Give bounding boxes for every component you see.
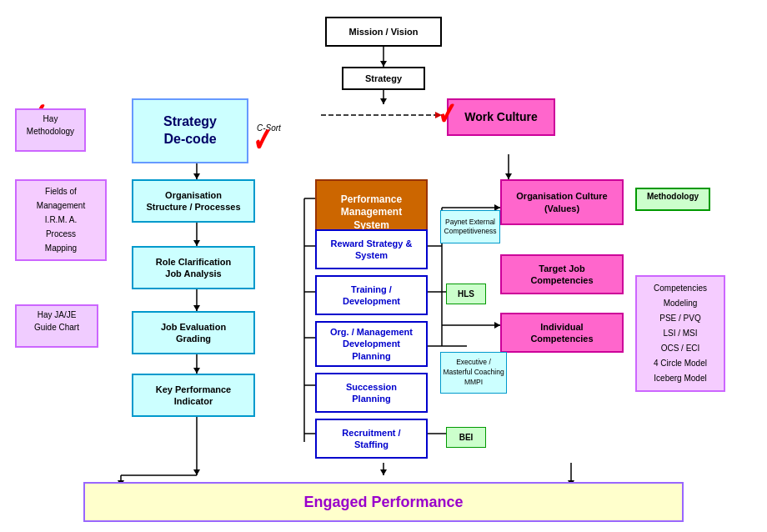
- org-culture-box: Organisation Culture(Values): [500, 179, 624, 225]
- work-culture-label: Work Culture: [464, 109, 538, 124]
- target-job-label: Target JobCompetencies: [530, 263, 593, 287]
- svg-marker-1: [380, 61, 387, 67]
- diagram: Mission / Vision Strategy StrategyDe-cod…: [0, 0, 767, 532]
- strategy-top-box: Strategy: [342, 67, 425, 90]
- org-dev-box: Org. / ManagementDevelopmentPlanning: [315, 321, 428, 367]
- exec-coaching-box: Executive /Masterful CoachingMMPI: [440, 352, 507, 394]
- svg-marker-11: [193, 240, 200, 246]
- org-structure-label: OrganisationStructure / Processes: [146, 189, 240, 213]
- methodology-right-box: Methodology: [635, 188, 710, 211]
- hls-label: HLS: [458, 289, 474, 299]
- training-label: Training /Development: [343, 284, 400, 308]
- work-culture-box: Work Culture: [447, 98, 555, 136]
- mission-vision-label: Mission / Vision: [349, 26, 419, 38]
- competencies-list-label: CompetenciesModelingPSE / PVQLSI / MSIOC…: [654, 284, 707, 383]
- org-structure-box: OrganisationStructure / Processes: [132, 179, 255, 223]
- org-dev-label: Org. / ManagementDevelopmentPlanning: [330, 326, 413, 362]
- mission-vision-box: Mission / Vision: [325, 17, 442, 47]
- role-clarification-box: Role ClarificationJob Analysis: [132, 246, 255, 289]
- strategy-decode-box: StrategyDe-code: [132, 98, 248, 163]
- checkmark-center: ✓: [253, 123, 273, 157]
- kpi-label: Key PerformanceIndicator: [156, 384, 232, 408]
- paynet-label: Paynet ExternalCompetitiveness: [444, 218, 497, 236]
- strategy-top-label: Strategy: [365, 73, 402, 84]
- individual-label: IndividualCompetencies: [530, 321, 593, 345]
- job-evaluation-box: Job EvaluationGrading: [132, 311, 255, 354]
- svg-marker-3: [380, 98, 387, 104]
- svg-marker-7: [193, 173, 200, 179]
- recruitment-box: Recruitment /Staffing: [315, 419, 428, 459]
- hls-box: HLS: [446, 284, 486, 304]
- hay-methodology-label: HayMethodology: [27, 114, 74, 136]
- training-box: Training /Development: [315, 275, 428, 315]
- hay-jaje-label: Hay JA/JEGuide Chart: [34, 310, 79, 332]
- svg-marker-17: [193, 469, 200, 475]
- succession-box: SuccessionPlanning: [315, 373, 428, 413]
- fields-management-box: Fields ofManagementI.R.M. A.ProcessMappi…: [15, 179, 107, 261]
- succession-label: SuccessionPlanning: [346, 381, 397, 405]
- methodology-right-label: Methodology: [647, 192, 699, 201]
- hay-jaje-box: Hay JA/JEGuide Chart: [15, 304, 98, 348]
- bei-box: BEI: [446, 427, 486, 448]
- job-evaluation-label: Job EvaluationGrading: [161, 321, 226, 345]
- competencies-list: CompetenciesModelingPSE / PVQLSI / MSIOC…: [635, 275, 725, 392]
- performance-mgmt-label: PerformanceManagementSystem: [341, 193, 402, 233]
- checkmark-right: ✓: [438, 98, 456, 130]
- bei-label: BEI: [459, 432, 474, 443]
- svg-marker-32: [494, 322, 500, 329]
- exec-coaching-label: Executive /Masterful CoachingMMPI: [443, 358, 504, 388]
- target-job-box: Target JobCompetencies: [500, 254, 624, 294]
- kpi-box: Key PerformanceIndicator: [132, 374, 255, 417]
- svg-marker-37: [380, 469, 387, 475]
- role-clarification-label: Role ClarificationJob Analysis: [156, 256, 231, 280]
- strategy-decode-label: StrategyDe-code: [163, 113, 217, 148]
- paynet-box: Paynet ExternalCompetitiveness: [440, 210, 500, 243]
- engaged-performance-box: Engaged Performance: [83, 482, 684, 522]
- engaged-performance-label: Engaged Performance: [303, 494, 463, 511]
- individual-box: IndividualCompetencies: [500, 313, 624, 353]
- svg-marker-13: [193, 305, 200, 311]
- recruitment-label: Recruitment /Staffing: [342, 427, 400, 451]
- fields-management-label: Fields ofManagementI.R.M. A.ProcessMappi…: [37, 187, 85, 253]
- reward-box: Reward Strategy &System: [315, 229, 428, 269]
- reward-label: Reward Strategy &System: [331, 238, 413, 262]
- hay-methodology-box: HayMethodology: [15, 108, 86, 152]
- svg-marker-9: [505, 173, 512, 179]
- svg-marker-15: [193, 368, 200, 374]
- org-culture-label: Organisation Culture(Values): [516, 190, 607, 214]
